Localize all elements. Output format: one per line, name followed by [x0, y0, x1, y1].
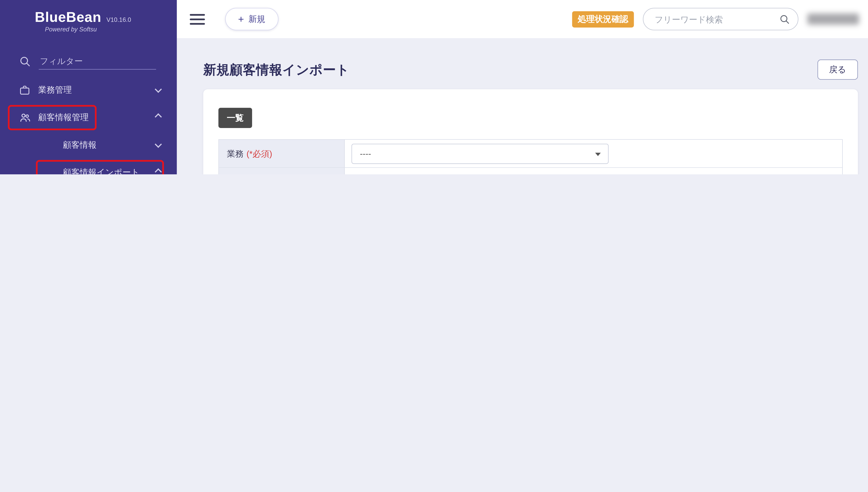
hamburger-menu-icon[interactable] [190, 14, 205, 24]
business-label: 業務(*必須) [219, 140, 345, 167]
app-logo: BlueBean [35, 10, 101, 24]
app-window: BlueBean V10.16.0 Powered by Softsu 業務管理 [0, 0, 868, 174]
business-select[interactable]: ---- [351, 144, 609, 164]
required-mark: (*必須) [247, 149, 272, 158]
app-version: V10.16.0 [106, 16, 131, 24]
sidebar-item-label: 顧客情報 [63, 140, 96, 150]
main-content: 新規顧客情報インポート 戻る 一覧 業務(*必須) ---- [177, 38, 868, 174]
sidebar-item-customer-info-management[interactable]: 顧客情報管理 [0, 104, 177, 131]
sidebar-nav: 業務管理 顧客情報管理 顧客情報 顧客情報インポート [0, 76, 177, 174]
business-select-value: ---- [360, 149, 371, 158]
keyword-search [643, 8, 798, 30]
sidebar-item-label: 業務管理 [38, 85, 72, 95]
new-button-label: 新規 [249, 14, 266, 24]
username-redacted [808, 14, 859, 25]
processing-status-button[interactable]: 処理状況確認 [572, 11, 634, 27]
chevron-down-icon [155, 141, 162, 148]
sidebar-filter [19, 53, 156, 70]
page-header: 新規顧客情報インポート 戻る [203, 59, 858, 80]
chevron-down-icon [155, 86, 162, 93]
sidebar: BlueBean V10.16.0 Powered by Softsu 業務管理 [0, 0, 177, 174]
form-row-business: 業務(*必須) ---- [219, 140, 842, 168]
list-button[interactable]: 一覧 [219, 108, 252, 128]
briefcase-icon [19, 84, 31, 96]
import-form-table: 業務(*必須) ---- タイプ 発信業務を行う場合はチェック [219, 139, 843, 174]
form-row-type: タイプ 発信業務を行う場合はチェック [219, 168, 842, 174]
sidebar-item-business-management[interactable]: 業務管理 [0, 76, 177, 104]
chevron-down-icon [595, 152, 601, 156]
search-icon[interactable] [779, 14, 790, 25]
topbar-right: 処理状況確認 [572, 8, 859, 30]
chevron-up-icon [155, 168, 162, 174]
app-tagline: Powered by Softsu [0, 26, 177, 32]
chevron-up-icon [155, 113, 162, 120]
sidebar-item-customer-info-import[interactable]: 顧客情報インポート [0, 159, 177, 174]
page-title: 新規顧客情報インポート [203, 61, 349, 78]
sidebar-item-label: 顧客情報インポート [63, 167, 139, 174]
sidebar-item-customer-info[interactable]: 顧客情報 [0, 131, 177, 159]
keyword-search-input[interactable] [655, 14, 779, 24]
plus-icon: + [238, 14, 244, 24]
topbar: + 新規 処理状況確認 [177, 0, 868, 38]
type-label: タイプ [219, 168, 345, 174]
users-icon [19, 112, 31, 124]
sidebar-item-label: 顧客情報管理 [38, 112, 89, 123]
search-icon [19, 55, 31, 67]
form-card: 一覧 業務(*必須) ---- タイプ [203, 89, 858, 174]
new-button[interactable]: + 新規 [225, 8, 278, 30]
filter-input[interactable] [39, 53, 156, 70]
logo-row: BlueBean V10.16.0 [0, 0, 177, 24]
back-button[interactable]: 戻る [817, 59, 858, 80]
